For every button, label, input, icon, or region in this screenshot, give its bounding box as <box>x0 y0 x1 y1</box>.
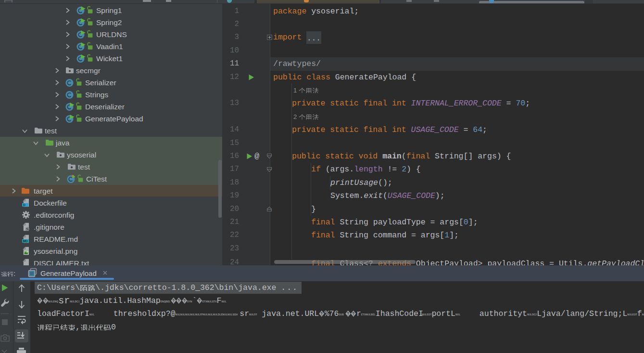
svg-text:D: D <box>23 203 25 207</box>
svg-text:MD: MD <box>23 239 28 243</box>
